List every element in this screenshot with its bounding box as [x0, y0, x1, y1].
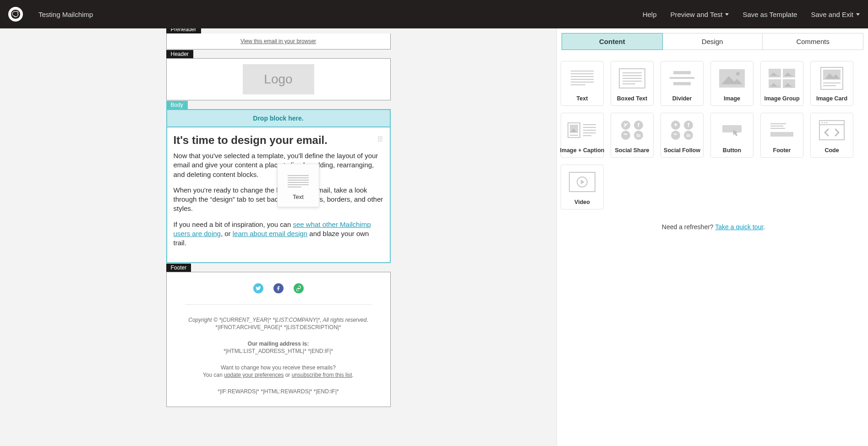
block-label: Video — [574, 199, 590, 205]
svg-point-58 — [671, 131, 680, 140]
block-label: Image + Caption — [560, 147, 605, 154]
svg-rect-25 — [719, 69, 745, 88]
svg-rect-29 — [783, 69, 795, 77]
help-label: Help — [643, 11, 657, 18]
svg-point-52 — [621, 131, 630, 140]
svg-point-70 — [822, 122, 823, 123]
inspiration-link-2[interactable]: learn about email design — [233, 230, 307, 237]
section-tag-body: Body — [166, 101, 188, 109]
social-share-icon: fin — [619, 113, 645, 147]
facebook-icon[interactable] — [273, 283, 284, 293]
video-icon — [569, 165, 595, 199]
update-preferences-link[interactable]: update your preferences — [224, 372, 284, 378]
block-label: Social Follow — [664, 147, 700, 154]
save-as-template-button[interactable]: Save as Template — [742, 11, 797, 18]
footer-change-prompt: Want to change how you receive these ema… — [171, 364, 386, 371]
image-icon — [719, 61, 745, 95]
drag-ghost-label: Text — [293, 193, 304, 200]
svg-point-71 — [824, 122, 825, 123]
block-label: Image Card — [816, 95, 847, 102]
block-label: Code — [824, 147, 839, 154]
link-icon[interactable] — [294, 283, 304, 293]
image-caption-icon — [568, 113, 597, 147]
svg-point-2 — [379, 136, 380, 137]
save-and-exit-menu[interactable]: Save and Exit — [811, 11, 860, 18]
top-bar: Testing Mailchimp Help Preview and Test … — [0, 0, 868, 28]
svg-point-4 — [378, 138, 379, 139]
footer-archive: *|IFNOT:ARCHIVE_PAGE|* *|LIST:DESCRIPTIO… — [171, 324, 386, 330]
footer-block[interactable]: Copyright © *|CURRENT_YEAR|* *|LIST:COMP… — [166, 272, 391, 407]
block-label: Footer — [773, 147, 791, 154]
section-tag-header: Header — [166, 50, 193, 58]
svg-point-6 — [381, 138, 382, 139]
help-link[interactable]: Help — [643, 11, 657, 18]
block-image[interactable]: Image — [710, 61, 753, 106]
preheader-block[interactable]: View this email in your browser — [166, 33, 391, 50]
boxed-text-icon — [619, 61, 645, 95]
tab-comments[interactable]: Comments — [763, 33, 863, 50]
block-image-caption[interactable]: Image + Caption — [561, 113, 604, 158]
panel-tabs: Content Design Comments — [562, 33, 863, 50]
svg-point-26 — [736, 72, 740, 76]
svg-point-1 — [378, 136, 379, 137]
drag-handle-icon[interactable] — [377, 136, 383, 142]
footer-mailing-value: *|HTML:LIST_ADDRESS_HTML|* *|END:IF|* — [171, 348, 386, 354]
block-label: Button — [723, 147, 741, 154]
tab-content[interactable]: Content — [562, 33, 663, 50]
header-block[interactable]: Logo — [166, 58, 391, 100]
block-button[interactable]: Button — [710, 113, 753, 158]
logo-placeholder[interactable]: Logo — [243, 64, 314, 94]
svg-text:+: + — [674, 121, 677, 128]
block-boxed-text[interactable]: Boxed Text — [611, 61, 654, 106]
drop-zone[interactable]: Drop block here. — [167, 110, 390, 127]
take-tour-link[interactable]: Take a quick tour — [715, 223, 763, 231]
block-footer[interactable]: Footer — [760, 113, 803, 158]
footer-mailing-label: Our mailing address is: — [171, 341, 386, 347]
svg-point-8 — [379, 140, 380, 141]
image-card-icon — [820, 61, 843, 95]
footer-copyright: Copyright © *|CURRENT_YEAR|* *|LIST:COMP… — [171, 317, 386, 323]
twitter-icon[interactable] — [253, 283, 263, 293]
block-label: Image — [724, 95, 740, 102]
preview-label: Preview and Test — [671, 11, 723, 18]
svg-rect-63 — [722, 125, 742, 132]
block-image-card[interactable]: Image Card — [810, 61, 853, 106]
footer-social-icons — [171, 283, 386, 293]
block-label: Divider — [672, 95, 692, 102]
footer-divider — [185, 304, 372, 305]
preview-and-test-menu[interactable]: Preview and Test — [671, 11, 729, 18]
image-group-icon — [769, 61, 795, 95]
campaign-title: Testing Mailchimp — [38, 11, 93, 18]
block-code[interactable]: Code — [810, 113, 853, 158]
footer-icon — [770, 113, 794, 147]
section-tag-footer: Footer — [166, 264, 191, 272]
svg-text:in: in — [687, 133, 691, 138]
text-lines-icon — [570, 61, 595, 95]
save-template-label: Save as Template — [742, 11, 797, 18]
tab-design[interactable]: Design — [662, 33, 763, 50]
svg-point-3 — [381, 136, 382, 137]
block-image-group[interactable]: Image Group — [760, 61, 803, 106]
block-text[interactable]: Text — [561, 61, 604, 106]
drag-ghost-text-block[interactable]: Text — [277, 164, 319, 207]
svg-point-5 — [379, 138, 380, 139]
svg-rect-68 — [819, 121, 844, 140]
block-divider[interactable]: Divider — [661, 61, 704, 106]
section-tag-preheader: Preheader — [166, 28, 201, 33]
unsubscribe-link[interactable]: unsubscribe from this list — [292, 372, 352, 378]
svg-point-9 — [381, 140, 382, 141]
button-icon — [721, 113, 743, 147]
mailchimp-logo[interactable] — [8, 7, 23, 22]
code-icon — [819, 113, 845, 147]
svg-marker-75 — [581, 180, 584, 184]
text-lines-icon — [288, 174, 309, 189]
block-video[interactable]: Video — [561, 165, 604, 209]
block-social-follow[interactable]: +fin Social Follow — [661, 113, 704, 158]
svg-rect-28 — [769, 69, 781, 77]
block-social-share[interactable]: fin Social Share — [611, 113, 654, 158]
email-preview-canvas[interactable]: Preheader View this email in your browse… — [0, 28, 557, 446]
svg-rect-22 — [673, 71, 691, 74]
block-label: Image Group — [764, 95, 799, 102]
svg-rect-31 — [783, 79, 795, 88]
view-in-browser-link[interactable]: View this email in your browser — [240, 38, 316, 44]
